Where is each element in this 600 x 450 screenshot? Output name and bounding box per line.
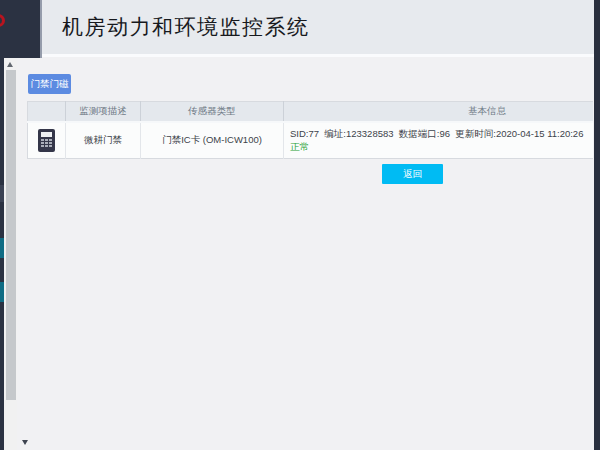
page-title: 机房动力和环境监控系统 (62, 13, 310, 41)
right-edge-strip (594, 0, 600, 450)
sensor-table-wrap: 监测项描述 传感器类型 基本信息 (27, 101, 593, 163)
description-cell: 微耕门禁 (66, 122, 141, 159)
vertical-scrollbar[interactable] (4, 58, 17, 450)
status-badge: 正常 (290, 140, 593, 153)
sidebar-corner (0, 0, 42, 58)
device-info: SID:77 编址:123328583 数据端口:96 更新时间:2020-04… (290, 127, 593, 140)
table-header-row: 监测项描述 传感器类型 基本信息 (28, 102, 594, 122)
column-header-icon (28, 102, 66, 122)
table-row[interactable]: 微耕门禁 门禁IC卡 (OM-ICW100) SID:77 编址:1233285… (28, 122, 594, 159)
keypad-screen (41, 132, 52, 137)
app-window: 机房动力和环境监控系统 门禁门磁 监测项描述 传感器类型 基本信 (0, 0, 600, 450)
access-keypad-icon (38, 129, 55, 152)
column-header-sensor-type: 传感器类型 (141, 102, 284, 122)
column-header-description: 监测项描述 (66, 102, 141, 122)
tab-door-access[interactable]: 门禁门磁 (28, 74, 71, 94)
device-icon-cell (28, 122, 66, 159)
scrollbar-thumb[interactable] (6, 70, 16, 400)
sensor-type-cell: 门禁IC卡 (OM-ICW100) (141, 122, 284, 159)
sensor-table: 监测项描述 传感器类型 基本信息 (27, 101, 593, 159)
column-header-basic-info: 基本信息 (284, 102, 594, 122)
return-button[interactable]: 返回 (382, 164, 443, 184)
logo-icon (0, 14, 5, 27)
app-header: 机房动力和环境监控系统 (0, 0, 600, 57)
basic-info-cell: SID:77 编址:123328583 数据端口:96 更新时间:2020-04… (284, 122, 594, 159)
scroll-up-icon[interactable] (7, 62, 13, 67)
keypad-buttons (41, 139, 52, 147)
scroll-down-icon[interactable] (22, 440, 28, 445)
